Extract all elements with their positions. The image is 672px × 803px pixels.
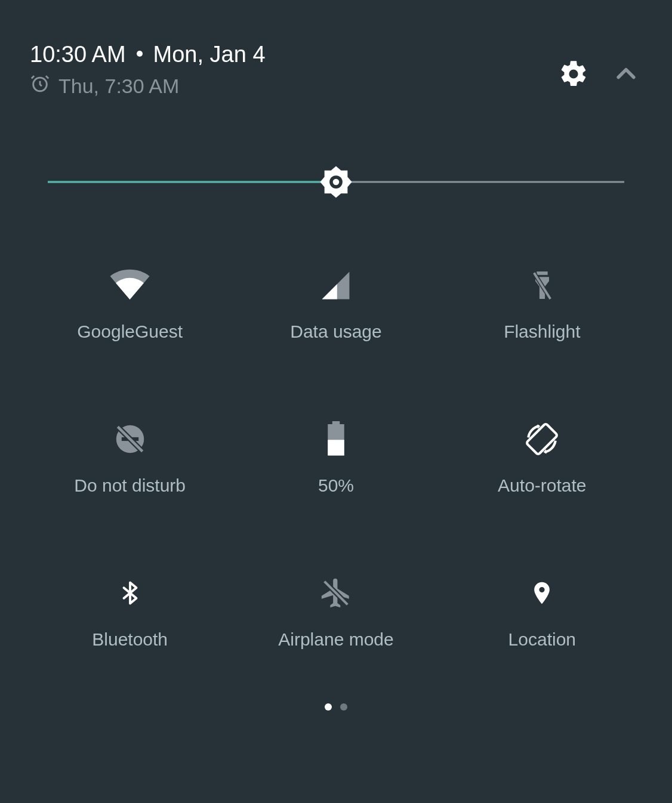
brightness-icon xyxy=(319,165,353,199)
dnd-icon xyxy=(112,419,149,459)
tile-autorotate[interactable]: Auto-rotate xyxy=(442,419,642,496)
tile-airplane[interactable]: Airplane mode xyxy=(236,573,436,650)
alarm-row[interactable]: Thu, 7:30 AM xyxy=(30,73,266,98)
quick-settings-panel: 10:30 AM Mon, Jan 4 Thu, 7:30 AM xyxy=(0,0,672,803)
wifi-icon xyxy=(107,265,152,305)
tile-cellular[interactable]: Data usage xyxy=(236,265,436,342)
tile-wifi-label: GoogleGuest xyxy=(77,322,183,342)
header: 10:30 AM Mon, Jan 4 Thu, 7:30 AM xyxy=(30,30,642,104)
chevron-up-icon xyxy=(613,61,639,87)
time-date-row[interactable]: 10:30 AM Mon, Jan 4 xyxy=(30,42,266,67)
slider-thumb[interactable] xyxy=(319,165,353,199)
alarm-icon xyxy=(30,73,50,98)
tile-bluetooth-label: Bluetooth xyxy=(92,629,168,650)
header-right xyxy=(558,42,642,92)
tile-wifi[interactable]: GoogleGuest xyxy=(30,265,230,342)
tiles-grid: GoogleGuest Data usage xyxy=(30,265,642,650)
tile-flashlight[interactable]: Flashlight xyxy=(442,265,642,342)
tile-battery[interactable]: 50% xyxy=(236,419,436,496)
page-indicator[interactable] xyxy=(30,703,642,711)
tile-bluetooth[interactable]: Bluetooth xyxy=(30,573,230,650)
svg-rect-12 xyxy=(332,421,340,425)
tile-battery-label: 50% xyxy=(318,475,354,496)
tile-location-label: Location xyxy=(508,629,576,650)
airplane-icon xyxy=(319,573,353,613)
header-left: 10:30 AM Mon, Jan 4 Thu, 7:30 AM xyxy=(30,42,266,98)
svg-rect-14 xyxy=(328,440,344,455)
tile-cellular-label: Data usage xyxy=(290,322,381,342)
alarm-label: Thu, 7:30 AM xyxy=(58,75,179,98)
svg-rect-5 xyxy=(537,271,547,275)
date-label: Mon, Jan 4 xyxy=(153,42,266,67)
slider-fill xyxy=(48,181,336,183)
svg-point-4 xyxy=(333,179,340,186)
location-icon xyxy=(529,573,555,613)
battery-icon xyxy=(324,419,348,459)
bluetooth-icon xyxy=(118,573,143,613)
tile-autorotate-label: Auto-rotate xyxy=(498,475,586,496)
signal-icon xyxy=(319,265,352,305)
tile-dnd-label: Do not disturb xyxy=(74,475,186,496)
settings-button[interactable] xyxy=(558,58,589,92)
tile-airplane-label: Airplane mode xyxy=(278,629,393,650)
collapse-button[interactable] xyxy=(613,61,639,89)
autorotate-icon xyxy=(520,419,563,459)
page-dot-0[interactable] xyxy=(325,703,332,711)
brightness-slider[interactable] xyxy=(48,164,624,200)
page-dot-1[interactable] xyxy=(340,703,347,711)
tile-dnd[interactable]: Do not disturb xyxy=(30,419,230,496)
tile-location[interactable]: Location xyxy=(442,573,642,650)
flashlight-icon xyxy=(526,265,559,305)
separator-dot xyxy=(137,51,143,57)
svg-rect-15 xyxy=(526,424,558,455)
time-label: 10:30 AM xyxy=(30,42,126,67)
tile-flashlight-label: Flashlight xyxy=(504,322,580,342)
gear-icon xyxy=(558,58,589,89)
